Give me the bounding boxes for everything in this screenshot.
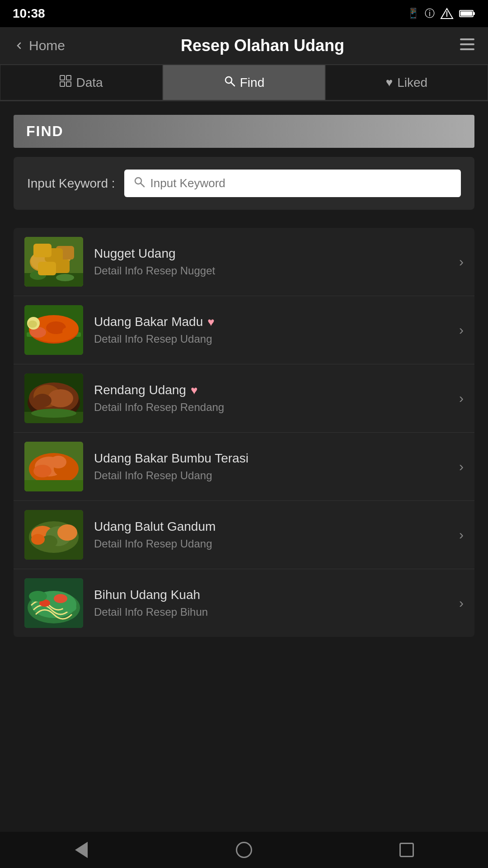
search-input[interactable] [150, 176, 452, 190]
search-container: Input Keyword : [14, 157, 474, 210]
svg-point-40 [33, 394, 52, 407]
list-item[interactable]: Nugget Udang Detail Info Resep Nugget › [14, 228, 474, 296]
list-item[interactable]: Bihun Udang Kuah Detail Info Resep Bihun… [14, 569, 474, 637]
search-icon [133, 176, 145, 191]
app-header: Home Resep Olahan Udang [0, 27, 488, 65]
recipe-info: Bihun Udang Kuah Detail Info Resep Bihun [94, 588, 448, 618]
navigation-bar [0, 832, 488, 868]
recipe-thumbnail-nugget-udang [24, 237, 83, 287]
recipe-description: Detail Info Resep Udang [94, 333, 448, 345]
recipe-description: Detail Info Resep Nugget [94, 264, 448, 277]
chevron-right-icon: › [459, 527, 464, 542]
battery-icon [459, 9, 475, 18]
svg-rect-10 [60, 82, 65, 86]
tab-liked[interactable]: ♥ Liked [325, 65, 488, 100]
heart-tab-icon: ♥ [386, 75, 393, 90]
svg-rect-7 [460, 48, 474, 50]
search-tab-icon [224, 75, 235, 90]
recipe-thumbnail-rendang-udang [24, 373, 83, 423]
search-input-wrapper[interactable] [124, 170, 461, 197]
recipe-info: Nugget Udang Detail Info Resep Nugget [94, 246, 448, 277]
menu-button[interactable] [460, 38, 474, 53]
chevron-right-icon: › [459, 459, 464, 474]
recipe-thumbnail-udang-bumbu-terasi [24, 442, 83, 491]
svg-rect-5 [460, 38, 474, 40]
nav-home-icon [236, 842, 252, 858]
chevron-right-icon: › [459, 254, 464, 269]
recipe-description: Detail Info Resep Udang [94, 469, 448, 482]
nav-back-icon [75, 842, 88, 858]
svg-point-60 [54, 594, 67, 603]
recipe-info: Rendang Udang ♥ Detail Info Resep Rendan… [94, 383, 448, 414]
main-content: FIND Input Keyword : [0, 101, 488, 651]
list-item[interactable]: Rendang Udang ♥ Detail Info Resep Rendan… [14, 364, 474, 433]
list-item[interactable]: Udang Bakar Bumbu Terasi Detail Info Res… [14, 433, 474, 501]
recipe-thumbnail-udang-balut-gandum [24, 510, 83, 560]
back-button[interactable]: Home [14, 38, 65, 53]
svg-point-24 [30, 271, 46, 280]
tab-bar: Data Find ♥ Liked [0, 65, 488, 101]
svg-line-15 [141, 183, 144, 187]
tab-find[interactable]: Find [163, 65, 325, 100]
svg-rect-3 [473, 12, 475, 15]
svg-point-56 [31, 534, 45, 545]
find-header-text: FIND [26, 123, 64, 139]
recipe-thumbnail-bihun-udang-kuah [24, 578, 83, 628]
recipe-name: Bihun Udang Kuah [94, 588, 448, 602]
svg-point-34 [28, 321, 37, 328]
svg-point-32 [62, 327, 77, 336]
list-item[interactable]: Udang Bakar Madu ♥ Detail Info Resep Uda… [14, 296, 474, 364]
svg-line-13 [231, 82, 235, 86]
list-item[interactable]: Udang Balut Gandum Detail Info Resep Uda… [14, 501, 474, 569]
status-icons: 📱 ⓘ [407, 7, 475, 20]
recipe-thumbnail-udang-bakar-madu [24, 305, 83, 355]
search-label: Input Keyword : [27, 176, 115, 191]
nav-recent-icon [399, 843, 414, 857]
liked-heart-icon: ♥ [207, 315, 214, 329]
recipe-description: Detail Info Resep Bihun [94, 606, 448, 618]
tab-find-label: Find [240, 75, 264, 90]
chevron-right-icon: › [459, 322, 464, 338]
svg-point-39 [48, 389, 73, 407]
grid-icon [60, 75, 71, 90]
status-bar: 10:38 📱 ⓘ [0, 0, 488, 27]
nav-back-button[interactable] [68, 841, 95, 859]
page-title: Resep Olahan Udang [65, 36, 460, 55]
tab-liked-label: Liked [397, 75, 427, 90]
recipe-info: Udang Bakar Madu ♥ Detail Info Resep Uda… [94, 315, 448, 345]
sim-icon: 📱 [407, 8, 419, 19]
tab-data-label: Data [76, 75, 103, 90]
menu-icon [460, 38, 474, 50]
chevron-right-icon: › [459, 391, 464, 406]
chevron-right-icon: › [459, 595, 464, 611]
recipe-list: Nugget Udang Detail Info Resep Nugget › [14, 228, 474, 637]
svg-rect-4 [460, 11, 472, 16]
back-label: Home [29, 38, 65, 53]
recipe-name: Udang Bakar Bumbu Terasi [94, 451, 448, 466]
svg-rect-9 [66, 75, 71, 80]
data-icon: ⓘ [425, 7, 435, 20]
status-time: 10:38 [13, 6, 45, 21]
recipe-name: Udang Balut Gandum [94, 519, 448, 534]
svg-point-42 [31, 409, 76, 418]
tab-data[interactable]: Data [0, 65, 163, 100]
recipe-info: Udang Balut Gandum Detail Info Resep Uda… [94, 519, 448, 550]
nav-recent-button[interactable] [393, 841, 420, 859]
recipe-name: Udang Bakar Madu ♥ [94, 315, 448, 329]
svg-point-63 [63, 603, 76, 612]
svg-point-48 [50, 456, 66, 468]
svg-point-62 [29, 591, 47, 602]
svg-rect-49 [24, 480, 83, 491]
recipe-name: Rendang Udang ♥ [94, 383, 448, 397]
svg-rect-8 [60, 75, 65, 80]
signal-icon [440, 8, 454, 19]
liked-heart-icon: ♥ [191, 383, 197, 397]
recipe-description: Detail Info Resep Rendang [94, 401, 448, 414]
svg-rect-6 [460, 43, 474, 45]
svg-point-47 [33, 465, 52, 477]
svg-point-54 [57, 524, 77, 541]
svg-point-20 [52, 248, 71, 264]
svg-rect-11 [66, 82, 71, 86]
recipe-info: Udang Bakar Bumbu Terasi Detail Info Res… [94, 451, 448, 482]
nav-home-button[interactable] [230, 841, 258, 859]
